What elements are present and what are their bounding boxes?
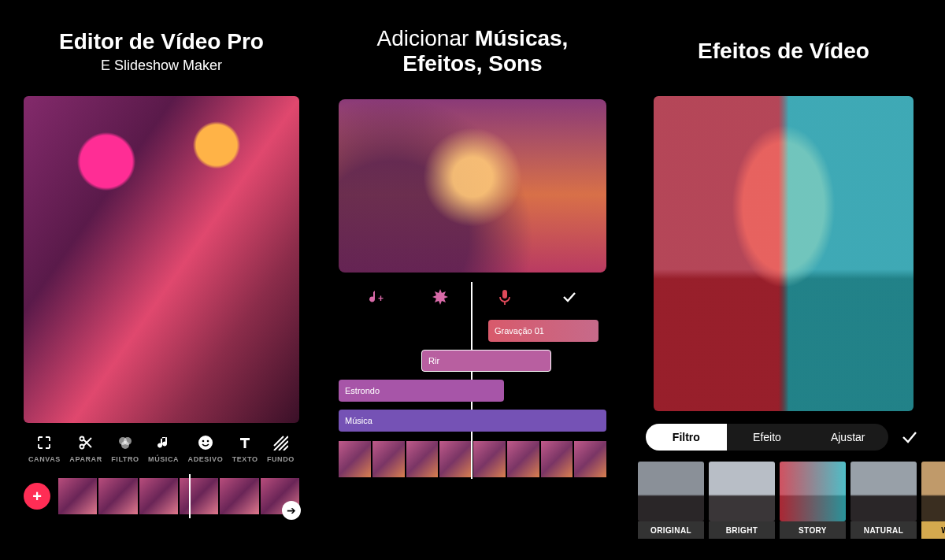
filter-thumb <box>709 462 775 521</box>
track-music[interactable]: Música <box>339 410 606 432</box>
clip-thumb[interactable] <box>339 441 371 477</box>
track-laugh[interactable]: Rir <box>421 350 551 372</box>
track-bang[interactable]: Estrondo <box>339 380 504 402</box>
title-bold2: Efeitos, Sons <box>402 51 542 76</box>
filter-story[interactable]: STORY <box>780 462 846 540</box>
filter-label: ORIGINAL <box>638 521 704 539</box>
tool-label: FILTRO <box>111 455 139 463</box>
tab-label: Filtro <box>673 431 700 443</box>
filter-natural[interactable]: NATURAL <box>850 462 917 540</box>
filter-original[interactable]: ORIGINAL <box>638 462 704 540</box>
tab-adjust[interactable]: Ajustar <box>807 424 888 451</box>
tool-label: ADESIVO <box>188 455 224 463</box>
smiley-icon <box>197 434 214 451</box>
track-label: Gravação 01 <box>495 326 544 336</box>
effect-tabs: Filtro Efeito Ajustar <box>646 424 888 451</box>
filter-strip[interactable]: ORIGINAL BRIGHT STORY NATURAL WARM WA <box>638 462 929 540</box>
clip-strip[interactable] <box>58 478 299 514</box>
tool-background[interactable]: FUNDO <box>267 434 295 463</box>
tool-sticker[interactable]: ADESIVO <box>188 434 224 463</box>
panel1-title-block: Editor de Vídeo Pro E Slideshow Maker <box>59 16 264 87</box>
title-bold: Músicas, <box>475 26 568 50</box>
filter-thumb <box>638 462 704 521</box>
filter-thumb <box>850 462 917 521</box>
add-clip-button[interactable]: + <box>24 483 50 510</box>
svg-point-5 <box>198 436 213 450</box>
clip-thumb[interactable] <box>541 441 573 477</box>
svg-text:+: + <box>378 293 384 304</box>
add-effect-button[interactable] <box>430 287 450 307</box>
tool-label: CANVAS <box>28 455 61 463</box>
clip-thumb[interactable] <box>58 478 97 514</box>
canvas-icon <box>35 434 53 451</box>
clip-thumb[interactable] <box>406 441 439 477</box>
video-preview-1[interactable] <box>24 96 299 423</box>
filter-warm[interactable]: WARM <box>921 462 945 540</box>
track-recording[interactable]: Gravação 01 <box>488 320 598 342</box>
clip-thumb[interactable] <box>473 441 506 477</box>
tool-filter[interactable]: FILTRO <box>111 434 139 463</box>
tab-label: Efeito <box>753 431 781 443</box>
tool-music[interactable]: MÚSICA <box>148 434 179 463</box>
track-label: Música <box>345 416 372 425</box>
clip-thumb[interactable] <box>180 478 218 514</box>
confirm-audio-button[interactable] <box>559 287 580 307</box>
tab-effect[interactable]: Efeito <box>727 424 808 451</box>
panel2-title-block: Adicionar Músicas, Efeitos, Sons <box>377 16 569 87</box>
tab-label: Ajustar <box>831 431 865 443</box>
panel-audio: Adicionar Músicas, Efeitos, Sons + Grava… <box>323 16 622 544</box>
music-note-icon <box>155 434 172 451</box>
effect-tabs-row: Filtro Efeito Ajustar <box>646 424 921 451</box>
title-thin: Adicionar <box>377 26 476 50</box>
clip-thumb[interactable] <box>98 478 137 514</box>
panel-effects: Efeitos de Vídeo Filtro Efeito Ajustar O… <box>634 16 933 544</box>
tool-trim[interactable]: APARAR <box>69 434 102 463</box>
audio-tracks: Gravação 01 Rir Estrondo Música <box>339 315 606 439</box>
panel-editor: Editor de Vídeo Pro E Slideshow Maker CA… <box>12 16 311 544</box>
track-label: Estrondo <box>345 386 380 395</box>
filter-label: STORY <box>780 521 846 539</box>
svg-point-4 <box>121 441 129 449</box>
panel3-title: Efeitos de Vídeo <box>698 38 869 65</box>
clip-thumb[interactable] <box>507 441 539 477</box>
svg-rect-9 <box>502 290 507 299</box>
tool-label: APARAR <box>69 455 102 463</box>
playhead[interactable] <box>189 474 191 518</box>
clip-thumb[interactable] <box>574 441 606 477</box>
record-voice-button[interactable] <box>495 287 515 307</box>
filter-label: NATURAL <box>850 521 917 539</box>
panel2-title: Adicionar Músicas, Efeitos, Sons <box>377 26 569 76</box>
filter-thumb <box>780 462 846 521</box>
clip-strip-2[interactable] <box>339 441 606 477</box>
clip-thumb[interactable] <box>439 441 472 477</box>
scissors-icon <box>77 434 94 451</box>
text-icon <box>236 434 254 451</box>
tab-filter[interactable]: Filtro <box>646 424 727 451</box>
filter-bright[interactable]: BRIGHT <box>709 462 775 540</box>
video-preview-3[interactable] <box>654 96 914 411</box>
timeline-1[interactable]: + ➔ <box>24 474 299 518</box>
filter-label: WARM <box>921 521 945 539</box>
svg-point-6 <box>202 440 205 443</box>
tool-label: MÚSICA <box>148 455 179 463</box>
confirm-effect-button[interactable] <box>898 425 921 449</box>
panel3-title-block: Efeitos de Vídeo <box>698 16 869 87</box>
filter-label: BRIGHT <box>709 521 775 539</box>
track-label: Rir <box>428 356 439 365</box>
video-preview-2[interactable] <box>339 99 606 273</box>
svg-point-7 <box>207 440 209 443</box>
tool-label: TEXTO <box>232 455 258 463</box>
tool-text[interactable]: TEXTO <box>232 434 258 463</box>
clip-thumb[interactable] <box>372 441 405 477</box>
tool-canvas[interactable]: CANVAS <box>28 434 61 463</box>
editor-toolbar: CANVAS APARAR FILTRO MÚSICA ADESIVO <box>24 423 299 468</box>
clip-thumb[interactable] <box>220 478 258 514</box>
filter-icon <box>117 434 134 451</box>
panel1-subtitle: E Slideshow Maker <box>59 57 264 74</box>
add-music-button[interactable]: + <box>365 287 386 307</box>
tool-label: FUNDO <box>267 455 295 463</box>
next-clip-arrow-icon[interactable]: ➔ <box>282 501 301 520</box>
audio-toolbar: + <box>339 273 606 315</box>
clip-thumb[interactable] <box>139 478 178 514</box>
hatch-icon <box>272 434 289 451</box>
